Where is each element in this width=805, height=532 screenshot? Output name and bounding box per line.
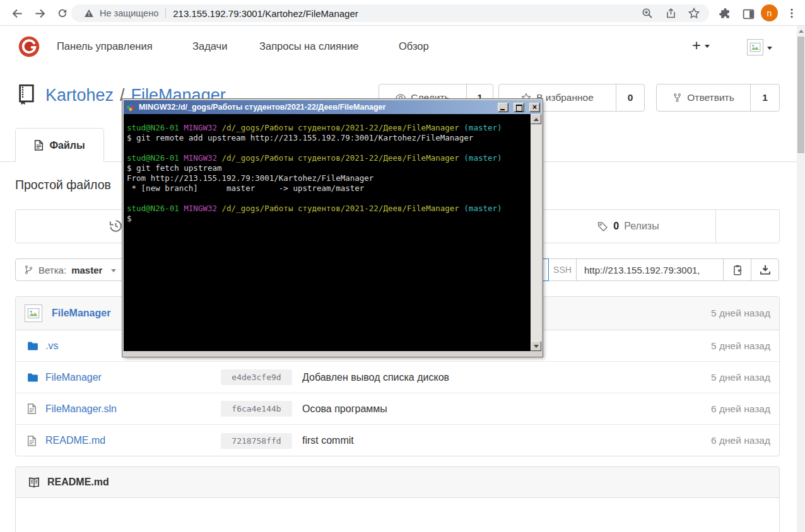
- download-archive-button[interactable]: [751, 258, 779, 281]
- clipboard-copy-icon: [732, 264, 743, 276]
- readme-header: README.md: [16, 467, 779, 498]
- fork-button[interactable]: Ответвить: [657, 84, 750, 111]
- create-new-dropdown[interactable]: +: [692, 39, 710, 52]
- fork-count[interactable]: 1: [750, 84, 779, 111]
- reload-icon[interactable]: [54, 5, 71, 21]
- scroll-up-button[interactable]: [531, 114, 541, 124]
- copy-url-button[interactable]: [723, 258, 751, 281]
- file-link[interactable]: FileManager.sln: [45, 403, 117, 415]
- commit-message: Добавлен вывод списка дисков: [302, 372, 449, 383]
- scroll-down-button[interactable]: [531, 341, 541, 351]
- nav-issues[interactable]: Задачи: [192, 40, 227, 52]
- file-link[interactable]: FileManager: [45, 372, 102, 383]
- gogs-navbar: Панель управления Задачи Запросы на слия…: [0, 26, 805, 67]
- branch-name: master: [71, 265, 102, 275]
- file-icon: [27, 403, 37, 414]
- terminal-scrollbar[interactable]: [531, 114, 541, 351]
- back-icon[interactable]: [9, 5, 25, 21]
- download-icon: [760, 264, 771, 275]
- file-time: 6 дней назад: [711, 403, 770, 415]
- clone-url-input[interactable]: [576, 258, 724, 281]
- bookmark-star-icon[interactable]: [688, 7, 700, 20]
- committer-name-link[interactable]: FileManager: [52, 308, 110, 319]
- chevron-down-icon: [111, 269, 116, 275]
- zoom-icon[interactable]: [641, 7, 654, 20]
- browser-menu-dots-icon[interactable]: [784, 5, 800, 21]
- address-bar[interactable]: Не защищено 213.155.192.79:3001/Kartohez…: [71, 4, 709, 22]
- releases-count: 0: [613, 221, 619, 232]
- commits-history-icon[interactable]: [109, 219, 123, 233]
- latest-commit-time: 5 дней назад: [711, 308, 770, 319]
- terminal-title-bar[interactable]: MINGW32:/d/_gogs/Работы студентов/2021-2…: [124, 100, 541, 114]
- screen: Не защищено 213.155.192.79:3001/Kartohez…: [0, 0, 805, 532]
- close-button[interactable]: ×: [529, 103, 540, 112]
- nav-explore[interactable]: Обзор: [399, 40, 429, 52]
- file-time: 5 дней назад: [711, 372, 770, 383]
- readme-title: README.md: [47, 477, 109, 488]
- nav-pull-requests[interactable]: Запросы на слияние: [259, 40, 359, 52]
- security-label: Не защищено: [100, 8, 158, 18]
- repo-book-icon: [16, 84, 35, 105]
- scrollbar-up-arrow[interactable]: [797, 27, 805, 35]
- forward-icon[interactable]: [32, 5, 48, 21]
- file-icon: [27, 436, 37, 446]
- terminal-title: MINGW32:/d/_gogs/Работы студентов/2021-2…: [139, 103, 493, 112]
- page-scrollbar[interactable]: [797, 26, 805, 532]
- extensions-puzzle-icon[interactable]: [717, 6, 733, 22]
- browser-profile-avatar[interactable]: n: [761, 4, 778, 21]
- commit-message: Осова программы: [302, 403, 387, 415]
- chevron-down-icon: [705, 45, 710, 50]
- stats-divider: [715, 210, 716, 243]
- mintty-git-icon[interactable]: [126, 103, 135, 112]
- scrollbar-thumb[interactable]: [797, 37, 804, 153]
- releases-label: Релизы: [624, 221, 659, 232]
- file-link[interactable]: .vs: [45, 340, 58, 352]
- mintty-terminal-window[interactable]: MINGW32:/d/_gogs/Работы студентов/2021-2…: [122, 99, 543, 357]
- repo-owner-link[interactable]: Kartohez: [45, 86, 114, 105]
- clone-url-group: HTTP SSH: [512, 258, 779, 281]
- folder-icon: [27, 341, 38, 351]
- omnibox-divider: [165, 8, 166, 18]
- user-avatar-broken-image-icon: [747, 39, 763, 55]
- side-panel-icon[interactable]: [740, 6, 756, 22]
- open-book-icon: [28, 477, 40, 488]
- commit-hash-badge[interactable]: 7218758ffd: [221, 433, 292, 449]
- table-row-readme: README.md 7218758ffd first commit 6 дней…: [16, 425, 779, 456]
- folder-icon: [27, 373, 38, 383]
- chevron-down-icon: [767, 47, 772, 52]
- branch-selector[interactable]: Ветка: master: [15, 258, 132, 281]
- gogs-logo[interactable]: [18, 35, 40, 58]
- fork-button-group: Ответвить 1: [656, 84, 780, 112]
- tag-icon: [597, 221, 608, 232]
- commit-hash-badge[interactable]: e4de3cfe9d: [221, 369, 292, 385]
- file-icon: [34, 140, 44, 151]
- branch-label: Ветка:: [38, 265, 66, 275]
- star-count[interactable]: 0: [616, 84, 644, 111]
- maximize-button[interactable]: [514, 103, 524, 112]
- fork-icon: [673, 93, 682, 103]
- table-row-filemanager: FileManager e4de3cfe9d Добавлен вывод сп…: [16, 362, 779, 393]
- tab-files[interactable]: Файлы: [15, 128, 104, 162]
- file-link[interactable]: README.md: [45, 435, 105, 446]
- repo-description: Простой файлов: [15, 178, 111, 192]
- table-row-filemanager-sln: FileManager.sln f6ca4e144b Осова програм…: [16, 393, 779, 425]
- url-text: 213.155.192.79:3001/Kartohez/FileManager: [173, 8, 358, 19]
- not-secure-warning-icon: [84, 8, 94, 18]
- plus-icon: +: [692, 39, 701, 52]
- terminal-output: stud@N26-01 MINGW32 /d/_gogs/Работы студ…: [127, 123, 541, 224]
- file-time: 6 дней назад: [711, 435, 770, 446]
- terminal-body: stud@N26-01 MINGW32 /d/_gogs/Работы студ…: [124, 114, 541, 351]
- ssh-protocol-button[interactable]: SSH: [548, 258, 577, 281]
- commit-message: first commit: [302, 435, 354, 446]
- committer-avatar-broken-image-icon: [25, 304, 42, 322]
- file-time: 5 дней назад: [711, 340, 770, 352]
- nav-dashboard[interactable]: Панель управления: [57, 40, 153, 52]
- releases-stat[interactable]: 0 Релизы: [541, 210, 715, 243]
- readme-panel: README.md: [15, 466, 780, 532]
- browser-toolbar: Не защищено 213.155.192.79:3001/Kartohez…: [0, 0, 805, 26]
- minimize-button[interactable]: [498, 103, 508, 112]
- branch-icon: [24, 265, 33, 275]
- commit-hash-badge[interactable]: f6ca4e144b: [221, 401, 292, 417]
- user-menu-dropdown[interactable]: [747, 39, 772, 55]
- share-icon[interactable]: [664, 7, 677, 20]
